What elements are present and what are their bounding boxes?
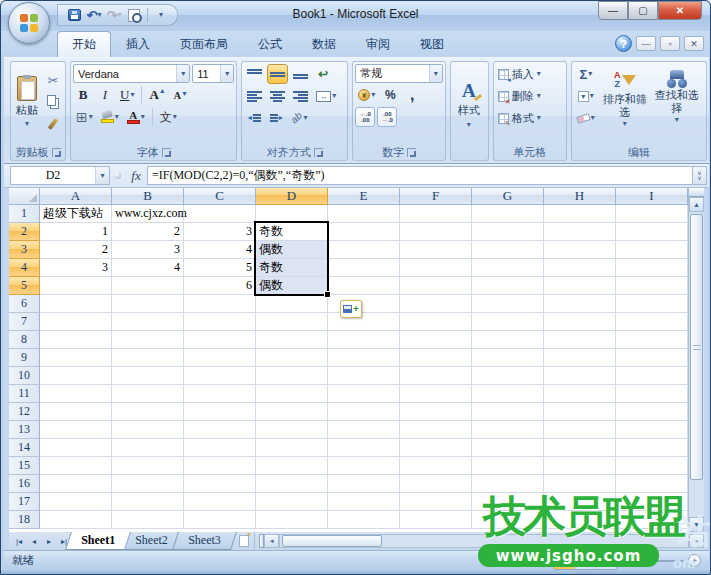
align-middle-button[interactable]	[267, 64, 288, 84]
cell-C18[interactable]	[184, 511, 256, 529]
font-size-combo[interactable]: 11 ▾	[192, 64, 234, 83]
cell-I11[interactable]	[616, 385, 688, 403]
cell-G6[interactable]	[472, 295, 544, 313]
insert-worksheet-button[interactable]	[233, 532, 255, 550]
underline-button[interactable]: U▾	[117, 85, 137, 105]
cell-E9[interactable]	[328, 349, 400, 367]
cell-F12[interactable]	[400, 403, 472, 421]
cell-A16[interactable]	[40, 475, 112, 493]
cell-H13[interactable]	[544, 421, 616, 439]
ribbon-tab[interactable]: 开始	[57, 31, 111, 57]
vertical-scroll-thumb[interactable]	[690, 214, 703, 480]
column-header-B[interactable]: B	[112, 188, 184, 205]
row-header-4[interactable]: 4	[9, 259, 40, 277]
workbook-close-button[interactable]: ✕	[684, 36, 704, 51]
cell-A3[interactable]: 2	[40, 241, 112, 259]
ribbon-tab[interactable]: 公式	[243, 31, 297, 57]
cell-A6[interactable]	[40, 295, 112, 313]
cell-E13[interactable]	[328, 421, 400, 439]
column-header-F[interactable]: F	[400, 188, 472, 205]
align-center-button[interactable]	[267, 86, 288, 106]
cell-G12[interactable]	[472, 403, 544, 421]
cell-I5[interactable]	[616, 277, 688, 295]
cell-I6[interactable]	[616, 295, 688, 313]
cell-H2[interactable]	[544, 223, 616, 241]
fill-button[interactable]: ▼▾	[574, 86, 598, 106]
cell-D18[interactable]	[256, 511, 328, 529]
name-box-dropdown[interactable]: ▾	[95, 167, 109, 184]
cell-B5[interactable]	[112, 277, 184, 295]
row-header-6[interactable]: 6	[9, 295, 40, 313]
row-header-7[interactable]: 7	[9, 313, 40, 331]
cell-F16[interactable]	[400, 475, 472, 493]
cell-D2[interactable]: 奇数	[256, 223, 328, 241]
shrink-font-button[interactable]: A▼	[171, 85, 191, 105]
cell-G13[interactable]	[472, 421, 544, 439]
scroll-up-button[interactable]: ▲	[689, 197, 704, 212]
cell-H14[interactable]	[544, 439, 616, 457]
cell-C1[interactable]	[184, 205, 256, 223]
cell-B15[interactable]	[112, 457, 184, 475]
cell-D4[interactable]: 奇数	[256, 259, 328, 277]
cell-D6[interactable]	[256, 295, 328, 313]
help-button[interactable]: ?	[615, 35, 632, 52]
cell-D8[interactable]	[256, 331, 328, 349]
cell-E6[interactable]	[328, 295, 400, 313]
cell-C11[interactable]	[184, 385, 256, 403]
cut-button[interactable]: ✂	[43, 70, 63, 90]
number-format-combo[interactable]: 常规 ▾	[355, 64, 442, 83]
cell-G1[interactable]	[472, 205, 544, 223]
styles-button[interactable]: A 样式 ▾	[453, 64, 485, 146]
vertical-split-handle[interactable]	[689, 188, 704, 197]
cell-D14[interactable]	[256, 439, 328, 457]
copy-button[interactable]	[43, 92, 63, 112]
name-box[interactable]: D2 ▾	[10, 166, 110, 185]
cell-D1[interactable]	[256, 205, 328, 223]
column-header-E[interactable]: E	[328, 188, 400, 205]
cell-F18[interactable]	[400, 511, 472, 529]
cell-H11[interactable]	[544, 385, 616, 403]
cell-D9[interactable]	[256, 349, 328, 367]
column-header-G[interactable]: G	[472, 188, 544, 205]
paste-button[interactable]: 粘贴 ▾	[13, 64, 41, 140]
format-cells-button[interactable]: ✎格式▾	[496, 108, 564, 128]
row-header-17[interactable]: 17	[9, 493, 40, 511]
cell-E14[interactable]	[328, 439, 400, 457]
row-header-12[interactable]: 12	[9, 403, 40, 421]
fill-color-button[interactable]: ▾	[98, 107, 122, 127]
cell-I1[interactable]	[616, 205, 688, 223]
cell-D13[interactable]	[256, 421, 328, 439]
insert-cells-button[interactable]: ◂插入▾	[496, 64, 564, 84]
row-header-18[interactable]: 18	[9, 511, 40, 529]
align-left-button[interactable]	[244, 86, 265, 106]
cell-B16[interactable]	[112, 475, 184, 493]
cell-C17[interactable]	[184, 493, 256, 511]
cell-A18[interactable]	[40, 511, 112, 529]
cell-C9[interactable]	[184, 349, 256, 367]
cell-A2[interactable]: 1	[40, 223, 112, 241]
vertical-scrollbar[interactable]: ▲ ▼	[688, 188, 704, 532]
cell-A1[interactable]: 超级下载站	[40, 205, 112, 223]
font-name-combo[interactable]: Verdana ▾	[73, 64, 190, 83]
cell-H7[interactable]	[544, 313, 616, 331]
cell-D12[interactable]	[256, 403, 328, 421]
row-header-3[interactable]: 3	[9, 241, 40, 259]
cell-C4[interactable]: 5	[184, 259, 256, 277]
cell-F4[interactable]	[400, 259, 472, 277]
cell-H15[interactable]	[544, 457, 616, 475]
row-header-13[interactable]: 13	[9, 421, 40, 439]
cell-A8[interactable]	[40, 331, 112, 349]
find-select-button[interactable]: 查找和选择 ▾	[652, 64, 702, 142]
cell-I8[interactable]	[616, 331, 688, 349]
cell-E17[interactable]	[328, 493, 400, 511]
cell-A17[interactable]	[40, 493, 112, 511]
dialog-launcher-icon[interactable]	[52, 148, 61, 157]
cell-G3[interactable]	[472, 241, 544, 259]
cell-E2[interactable]	[328, 223, 400, 241]
cell-E16[interactable]	[328, 475, 400, 493]
cell-I3[interactable]	[616, 241, 688, 259]
comma-style-button[interactable]: ,	[402, 85, 422, 105]
cell-I2[interactable]	[616, 223, 688, 241]
cell-F11[interactable]	[400, 385, 472, 403]
cell-H1[interactable]	[544, 205, 616, 223]
